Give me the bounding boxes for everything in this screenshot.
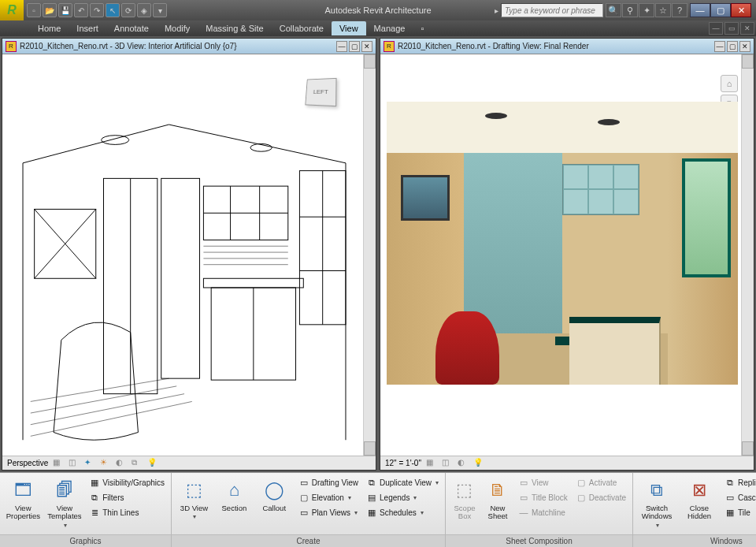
deactivate-button[interactable]: ▢Deactivate bbox=[573, 490, 629, 504]
vg-icon: ▦ bbox=[89, 477, 100, 488]
wireframe-drawing bbox=[9, 94, 360, 448]
matchline-button[interactable]: —Matchline bbox=[515, 505, 571, 519]
rvt-icon: R bbox=[6, 41, 17, 52]
svg-point-0 bbox=[102, 136, 129, 145]
window-minimize-button[interactable]: — bbox=[690, 3, 710, 17]
schedules-button[interactable]: ▦Schedules bbox=[363, 505, 442, 519]
qat-dd-icon[interactable]: ▾ bbox=[153, 3, 167, 17]
doc-right-scale: 12" = 1'-0" bbox=[385, 459, 421, 467]
search-input[interactable] bbox=[501, 3, 603, 17]
status-shadow-icon[interactable]: ◐ bbox=[116, 458, 127, 469]
doc-window-right: R R2010_Kitchen_Reno.rvt - Drafting View… bbox=[380, 38, 754, 471]
switch-icon: ⧉ bbox=[644, 478, 669, 503]
mdi-minimize-button[interactable]: — bbox=[709, 22, 723, 35]
visibility-graphics-button[interactable]: ▦Visibility/Graphics bbox=[86, 475, 168, 489]
qat-new-icon[interactable]: ▫ bbox=[27, 3, 41, 17]
replicate-button[interactable]: ⧉Replicate bbox=[721, 475, 756, 489]
qat-redo-icon[interactable]: ↷ bbox=[90, 3, 104, 17]
status-sun-icon[interactable]: ◐ bbox=[458, 458, 469, 469]
place-view-button[interactable]: ▭View bbox=[515, 475, 571, 489]
doc-left-min-button[interactable]: — bbox=[336, 41, 347, 52]
qat-sync-icon[interactable]: ⟳ bbox=[121, 3, 135, 17]
search-go-icon[interactable]: 🔍 bbox=[606, 3, 621, 17]
scope-box-button[interactable]: ⬚Scope Box bbox=[449, 475, 480, 523]
tab-massing[interactable]: Massing & Site bbox=[198, 21, 271, 35]
app-title: Autodesk Revit Architecture bbox=[324, 6, 431, 15]
doc-title-left[interactable]: R R2010_Kitchen_Reno.rvt - 3D View: Inte… bbox=[2, 39, 376, 54]
status-detail-icon[interactable]: ◫ bbox=[442, 458, 453, 469]
panel-title: Create bbox=[172, 534, 445, 547]
legends-button[interactable]: ▤Legends bbox=[363, 490, 442, 504]
nav-home-icon[interactable]: ⌂ bbox=[721, 75, 738, 92]
qat-save-icon[interactable]: 💾 bbox=[58, 3, 72, 17]
qat-open-icon[interactable]: 📂 bbox=[43, 3, 57, 17]
view-properties-button[interactable]: 🗔 View Properties bbox=[3, 475, 43, 523]
subscript-icon[interactable]: ✦ bbox=[639, 3, 654, 17]
panel-create: ⬚3D View ⌂Section ◯Callout ▭Drafting Vie… bbox=[172, 473, 446, 547]
activate-button[interactable]: ▢Activate bbox=[573, 475, 629, 489]
drafting-view-button[interactable]: ▭Drafting View bbox=[295, 475, 361, 489]
legends-icon: ▤ bbox=[366, 492, 377, 503]
tab-annotate[interactable]: Annotate bbox=[106, 21, 157, 35]
doc-right-min-button[interactable]: — bbox=[714, 41, 725, 52]
tab-view[interactable]: View bbox=[332, 21, 366, 35]
duplicate-view-button[interactable]: ⧉Duplicate View bbox=[363, 475, 442, 489]
mdi-close-button[interactable]: ✕ bbox=[740, 22, 754, 35]
fav-icon[interactable]: ☆ bbox=[655, 3, 671, 17]
search-chevron-icon[interactable]: ▸ bbox=[495, 6, 498, 15]
window-close-button[interactable]: ✕ bbox=[731, 3, 751, 17]
help-icon[interactable]: ? bbox=[672, 3, 687, 17]
status-reveal-icon[interactable]: 💡 bbox=[147, 458, 158, 469]
filters-button[interactable]: ⧉Filters bbox=[86, 490, 168, 504]
mdi-restore-button[interactable]: ▭ bbox=[724, 22, 739, 35]
tab-extra-icon[interactable]: ▫ bbox=[413, 21, 432, 35]
doc-left-close-button[interactable]: ✕ bbox=[361, 41, 372, 52]
qat-3d-icon[interactable]: ◈ bbox=[137, 3, 151, 17]
section-icon: ⌂ bbox=[221, 478, 246, 503]
doc-right-close-button[interactable]: ✕ bbox=[739, 41, 750, 52]
elevation-button[interactable]: ▢Elevation bbox=[295, 490, 361, 504]
doc-right-max-button[interactable]: ▢ bbox=[727, 41, 738, 52]
app-logo[interactable]: R bbox=[0, 0, 24, 20]
tab-manage[interactable]: Manage bbox=[366, 21, 413, 35]
doc-left-scrollbar[interactable] bbox=[363, 54, 376, 456]
window-maximize-button[interactable]: ▢ bbox=[710, 3, 731, 17]
doc-title-right[interactable]: R R2010_Kitchen_Reno.rvt - Drafting View… bbox=[380, 39, 754, 54]
tile-button[interactable]: ▦Tile bbox=[721, 505, 756, 519]
qat-undo-icon[interactable]: ↶ bbox=[74, 3, 88, 17]
qat-modify-icon[interactable]: ↖ bbox=[106, 3, 120, 17]
new-sheet-button[interactable]: 🗎New Sheet bbox=[482, 475, 513, 523]
plan-views-button[interactable]: ▭Plan Views bbox=[295, 505, 361, 519]
status-reveal-icon[interactable]: 💡 bbox=[473, 458, 484, 469]
doc-left-canvas[interactable]: LEFT bbox=[2, 54, 376, 456]
title-block-button[interactable]: ▭Title Block bbox=[515, 490, 571, 504]
doc-right-scrollbar[interactable] bbox=[741, 54, 754, 456]
section-button[interactable]: ⌂Section bbox=[215, 475, 254, 515]
doc-right-canvas[interactable]: ⌂ ◎ 🔍 bbox=[380, 54, 754, 456]
status-model-icon[interactable]: ▦ bbox=[53, 458, 64, 469]
view-templates-button[interactable]: 🗐 View Templates bbox=[45, 475, 85, 532]
close-hidden-button[interactable]: ⊠Close Hidden bbox=[679, 475, 720, 523]
comm-icon[interactable]: ⚲ bbox=[622, 3, 638, 17]
doc-window-left: R R2010_Kitchen_Reno.rvt - 3D View: Inte… bbox=[2, 38, 376, 471]
status-detail-icon[interactable]: ◫ bbox=[69, 458, 80, 469]
switch-windows-button[interactable]: ⧉Switch Windows bbox=[636, 475, 677, 532]
tab-home[interactable]: Home bbox=[30, 21, 69, 35]
ribbon-tabs: Home Insert Annotate Modify Massing & Si… bbox=[0, 20, 756, 36]
tab-collaborate[interactable]: Collaborate bbox=[272, 21, 332, 35]
tab-insert[interactable]: Insert bbox=[69, 21, 106, 35]
doc-right-statusbar: 12" = 1'-0" ▦ ◫ ◐ 💡 bbox=[380, 456, 754, 470]
status-sun-icon[interactable]: ☀ bbox=[100, 458, 111, 469]
tab-modify[interactable]: Modify bbox=[157, 21, 198, 35]
callout-button[interactable]: ◯Callout bbox=[255, 475, 294, 515]
3d-view-button[interactable]: ⬚3D View bbox=[175, 475, 213, 523]
title-bar: R ▫ 📂 💾 ↶ ↷ ↖ ⟳ ◈ ▾ Autodesk Revit Archi… bbox=[0, 0, 756, 20]
cascade-button[interactable]: ▭Cascade bbox=[721, 490, 756, 504]
status-model-icon[interactable]: ▦ bbox=[426, 458, 437, 469]
status-visual-icon[interactable]: ✦ bbox=[84, 458, 95, 469]
rvt-icon: R bbox=[384, 41, 395, 52]
doc-left-max-button[interactable]: ▢ bbox=[349, 41, 360, 52]
thin-lines-button[interactable]: ≣Thin Lines bbox=[86, 505, 168, 519]
status-crop-icon[interactable]: ⧉ bbox=[132, 458, 143, 469]
panel-title: Sheet Composition bbox=[446, 534, 632, 547]
